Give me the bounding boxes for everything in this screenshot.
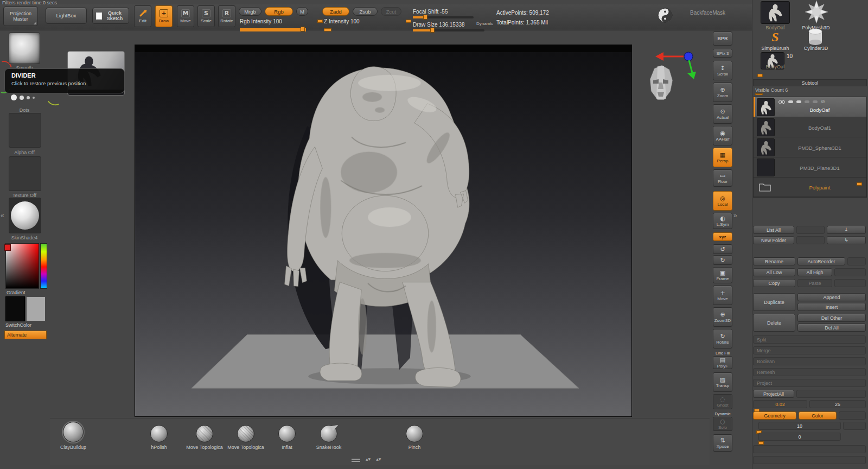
all-high-button[interactable]: All High [797,268,832,276]
projection-master-button[interactable]: Projection Master [3,7,38,26]
stub-button[interactable] [847,257,866,265]
edit-button[interactable]: Edit [134,5,151,27]
rgb-intensity-slider-handle[interactable] [301,27,305,31]
shelf-button-local[interactable]: ◎Local [713,191,732,211]
focal-shift-slider[interactable] [413,16,474,18]
rgb-intensity-slider[interactable] [240,28,306,31]
no-paint-icon[interactable]: ⊘ [821,99,825,104]
disabled-bar[interactable] [753,445,866,453]
shelf-button-transp[interactable]: ▨Transp [713,372,732,392]
z-intensity-handle[interactable] [406,20,411,23]
left-tray-collapse-arrow[interactable]: « [1,212,4,219]
shelf-button-lsym[interactable]: ◐L.Sym [713,213,732,229]
toggle-pill-icon[interactable] [805,100,809,103]
dynamic-mode-label[interactable]: Dynamic [476,21,493,26]
alpha-thumbnail[interactable] [9,113,41,148]
stub-button[interactable] [839,411,866,420]
rename-button[interactable]: Rename [753,257,795,265]
draw-button[interactable]: + Draw [155,5,173,27]
z-intensity-track-handle[interactable] [324,28,331,31]
stub-button[interactable] [834,279,866,287]
subtool-thumbnail[interactable] [757,138,775,156]
draw-size-handle[interactable] [430,28,435,33]
zadd-button[interactable]: Zadd [322,7,349,16]
split-button[interactable]: Split [753,335,866,344]
tray-brush-movetopo2[interactable]: Move Topologica [223,425,269,450]
shelf-button-rotate3d[interactable]: ↻Rotate [713,329,732,348]
tray-brush-pinch[interactable]: Pinch [392,425,437,450]
subtool-item-bodyoaf[interactable]: ⊘ BodyOaf [754,97,866,117]
folder-handle[interactable] [857,182,862,186]
rotate-ccw-button[interactable]: ↺ [713,244,732,254]
shelf-button-floor[interactable]: ▭Floor [713,169,732,187]
switch-color-button[interactable]: SwitchColor [5,322,31,328]
tool-polymesh3d-thumbnail[interactable] [804,0,829,24]
project-all-button[interactable]: ProjectAll [753,390,794,398]
subtool-thumbnail[interactable] [757,118,775,136]
current-brush-thumbnail[interactable] [9,33,40,64]
tray-brush-snakehook[interactable]: SnakeHook [306,425,352,450]
lightbox-button[interactable]: LightBox [46,8,87,24]
rotate-cw-button[interactable]: ↻ [713,255,732,265]
move-into-folder-button[interactable]: ↳ [827,236,866,244]
shelf-button-xyz[interactable]: xyz [713,232,732,241]
color-toggle-button[interactable]: Color [799,411,837,420]
stub-button[interactable] [834,268,866,276]
tray-brush-hpolish[interactable]: hPolish [136,425,182,450]
del-other-button[interactable]: Del Other [797,314,866,322]
zcut-button[interactable]: Zcut [381,7,401,16]
subtool-thumbnail[interactable] [757,159,775,176]
scale-button[interactable]: S Scale [197,5,215,27]
alternate-button[interactable]: Alternate [4,331,47,339]
rgb-button[interactable]: Rgb [265,7,293,16]
draw-size-slider[interactable] [413,29,484,31]
disabled-bar[interactable] [753,456,866,464]
shelf-button-actual[interactable]: ⊙Actual [713,104,732,124]
geometry-toggle-button[interactable]: Geometry [753,411,796,420]
color-picker-hue-strip[interactable] [40,243,47,289]
subtool-item-sphere[interactable]: PM3D_Sphere3D1 [754,137,866,157]
merge-button[interactable]: Merge [753,346,866,354]
material-thumbnail[interactable] [9,198,41,233]
boolean-button[interactable]: Boolean [753,357,866,365]
tool-simplebrush-thumbnail[interactable]: S [766,29,784,45]
document-canvas[interactable] [135,45,632,417]
material-ball-icon[interactable] [658,8,673,23]
focal-shift-handle[interactable] [423,15,427,20]
shelf-button-scroll[interactable]: ↕Scroll [713,61,732,80]
list-all-button[interactable]: List All [753,226,794,234]
shelf-button-zoom[interactable]: ⊕Zoom [713,83,732,102]
tray-collapse-widget[interactable]: ▲▼ ▲▼ [352,458,381,461]
tray-brush-claybuildup[interactable]: ClayBuildup [50,422,96,450]
rotate-button[interactable]: R Rotate [218,5,235,27]
m-button[interactable]: M [296,7,308,16]
tool-cylinder3d-thumbnail[interactable] [807,28,824,46]
texture-thumbnail[interactable] [9,156,41,191]
folder-up-button[interactable] [796,236,825,244]
projection-blur-slider[interactable]: 25 [809,400,866,408]
toggle-pill-icon[interactable] [796,100,801,103]
camera-head-widget[interactable] [646,64,676,102]
quick-sketch-button[interactable]: Quick Sketch [92,8,129,24]
visibility-eye-icon[interactable] [778,100,785,104]
shelf-button-persp[interactable]: ▦Persp [713,148,732,167]
shelf-button-spix[interactable]: SPix 3 [713,49,732,58]
toggle-pill-icon[interactable] [813,100,818,103]
subtool-thumbnail[interactable] [757,98,775,116]
secondary-color-swatch[interactable] [26,296,46,321]
toggle-pill-icon[interactable] [788,100,793,103]
zsub-button[interactable]: Zsub [353,7,378,16]
shelf-button-polyf[interactable]: ▤PolyF [713,356,732,369]
shelf-button-zoom3d[interactable]: ⊕Zoom3D [713,307,732,327]
stroke-type-thumbnail[interactable] [11,92,41,103]
shelf-button-bpr[interactable]: BPR [713,31,732,46]
tray-brush-movetopo1[interactable]: Move Topologica [182,425,227,450]
project-button[interactable]: Project [753,379,866,387]
shelf-button-solo[interactable]: ○Solo [713,417,732,431]
rgb-intensity-handle[interactable] [317,20,323,23]
subtool-header[interactable]: Subtool [753,79,867,86]
shelf-button-move3d[interactable]: +Move [713,286,732,305]
main-color-swatch[interactable] [5,296,25,321]
shelf-button-frame[interactable]: ▣Frame [713,267,732,283]
del-all-button[interactable]: Del All [797,324,866,332]
